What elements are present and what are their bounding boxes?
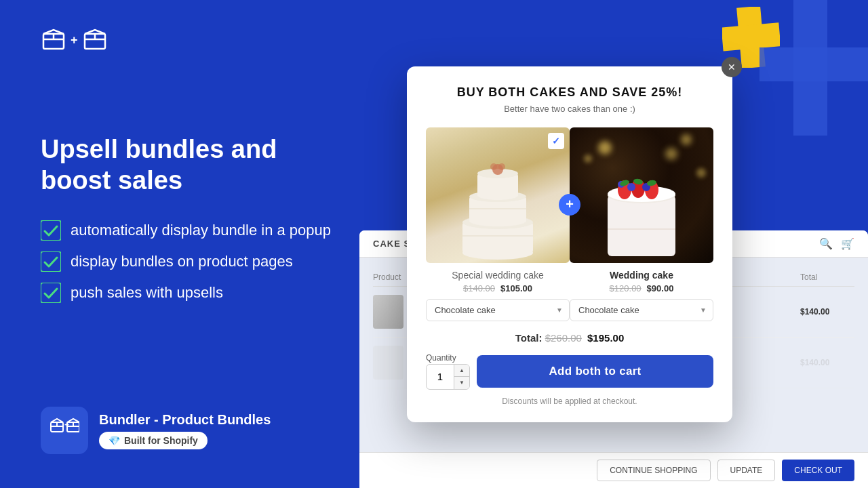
product-1-variant-select[interactable]: Chocolate cake	[426, 299, 570, 321]
bundle-modal: ✕ BUY BOTH CAKES AND SAVE 25%! Better ha…	[407, 66, 732, 422]
quantity-up-button[interactable]: ▲	[454, 365, 469, 377]
wedding-cake-svg	[457, 141, 538, 263]
quantity-input[interactable]	[427, 367, 454, 386]
product-1-variant-wrap[interactable]: Chocolate cake	[426, 299, 570, 321]
svg-point-31	[498, 163, 505, 170]
total-label: Total:	[515, 332, 542, 344]
add-both-to-cart-button[interactable]: Add both to cart	[477, 355, 713, 388]
svg-point-40	[627, 183, 635, 191]
total-row: Total: $260.00 $195.00	[426, 332, 713, 344]
product-1-price-new: $105.00	[500, 283, 532, 293]
quantity-down-button[interactable]: ▼	[454, 377, 469, 389]
quantity-label: Quantity	[426, 353, 470, 363]
product-2-name: Wedding cake	[570, 270, 713, 281]
strawberry-cake-svg	[597, 155, 686, 263]
product-1-name: Special wedding cake	[426, 270, 570, 281]
modal-title: BUY BOTH CAKES AND SAVE 25%!	[426, 85, 713, 100]
quantity-input-wrap[interactable]: ▲ ▼	[426, 364, 470, 390]
discount-note: Discounts will be applied at checkout.	[426, 396, 713, 406]
product-image-2	[570, 127, 713, 263]
product-1-price-old: $140.00	[463, 283, 495, 293]
product-2-price-old: $120.00	[610, 283, 642, 293]
products-row: ✓ Special wedding cake $140.00 $105.00 C…	[426, 127, 713, 321]
product-1-prices: $140.00 $105.00	[426, 283, 570, 293]
svg-rect-34	[608, 195, 675, 256]
product-2-variant-select[interactable]: Chocolate cake	[570, 299, 713, 321]
total-price-new: $195.00	[587, 332, 624, 344]
quantity-wrap: Quantity ▲ ▼	[426, 353, 470, 390]
total-price-old: $260.00	[545, 332, 582, 344]
quantity-arrows: ▲ ▼	[454, 365, 469, 389]
modal-subtitle: Better have two cakes than one :)	[426, 104, 713, 114]
plus-circle: +	[559, 194, 580, 216]
product-card-1: ✓ Special wedding cake $140.00 $105.00 C…	[426, 127, 570, 321]
modal-close-button[interactable]: ✕	[722, 57, 742, 77]
product-image-1: ✓	[426, 127, 570, 263]
product-2-price-new: $90.00	[647, 283, 674, 293]
svg-point-30	[490, 163, 497, 170]
product-2-variant-wrap[interactable]: Chocolate cake	[570, 299, 713, 321]
modal-overlay: ✕ BUY BOTH CAKES AND SAVE 25%! Better ha…	[0, 0, 868, 488]
product-2-prices: $120.00 $90.00	[570, 283, 713, 293]
product-1-check: ✓	[548, 133, 564, 149]
bottom-row: Quantity ▲ ▼ Add both to cart	[426, 353, 713, 390]
product-card-2: Wedding cake $120.00 $90.00 Chocolate ca…	[570, 127, 713, 321]
